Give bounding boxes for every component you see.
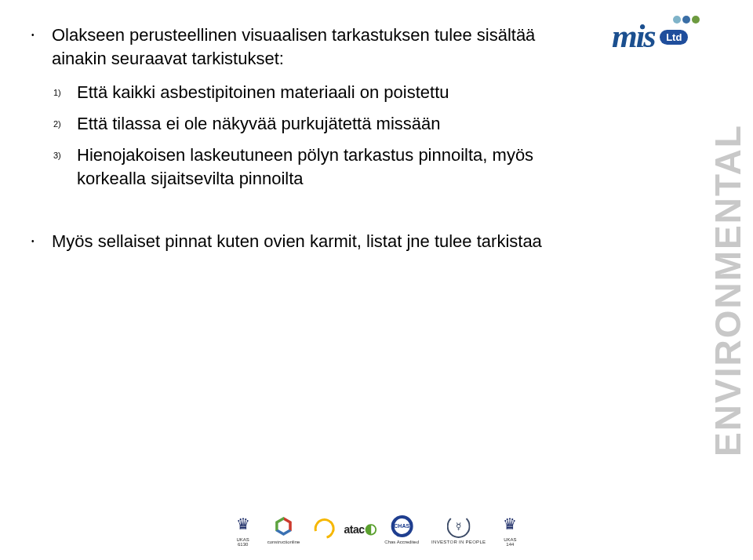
numbered-list: 1) Että kaikki asbestipitoinen materiaal… xyxy=(53,81,580,190)
buildingsafe-icon xyxy=(312,517,336,542)
ukas2-label: UKAS xyxy=(504,537,516,543)
extra-bullet: • Myös sellaiset pinnat kuten ovien karm… xyxy=(31,230,580,253)
ukas-testing-icon: ♛ UKAS 144 xyxy=(498,512,522,547)
list-number: 2) xyxy=(53,112,71,136)
ukas2-number: 144 xyxy=(506,542,514,547)
list-number: 3) xyxy=(53,144,71,167)
constructionline-icon: constructionline xyxy=(267,515,300,545)
list-item: 1) Että kaikki asbestipitoinen materiaal… xyxy=(53,81,580,104)
logo-badge: Ltd xyxy=(660,30,688,45)
bullet-dot-icon: • xyxy=(31,24,38,47)
intro-text: Olakseen perusteellinen visuaalisen tark… xyxy=(52,24,580,70)
spacer xyxy=(31,202,580,230)
list-number: 1) xyxy=(53,81,71,104)
investor-in-people-icon: ☿ INVESTOR IN PEOPLE xyxy=(431,515,486,545)
accreditation-footer: ♛ UKAS 6130 constructionline atac◐ CHAS … xyxy=(231,512,522,547)
wreath-icon: ☿ xyxy=(447,515,471,538)
environmental-label: ENVIRONMENTAL xyxy=(712,78,744,502)
chas-circle-icon: CHAS xyxy=(390,515,413,538)
slide: • Olakseen perusteellinen visuaalisen ta… xyxy=(0,0,753,560)
atac-icon: atac◐ xyxy=(348,517,372,542)
logo-dots-icon xyxy=(673,16,700,24)
company-logo: mis Ltd xyxy=(612,17,737,72)
extra-text: Myös sellaiset pinnat kuten ovien karmit… xyxy=(52,230,580,253)
chas-label: CHAS xyxy=(391,515,413,537)
list-item: 2) Että tilassa ei ole näkyvää purkujäte… xyxy=(53,112,580,136)
intro-bullet: • Olakseen perusteellinen visuaalisen ta… xyxy=(31,24,580,70)
ukas-label: UKAS xyxy=(236,537,249,543)
list-text: Että kaikki asbestipitoinen materiaali o… xyxy=(77,81,580,104)
list-text: Hienojakoisen laskeutuneen pölyn tarkast… xyxy=(77,144,580,190)
environmental-text: ENVIRONMENTAL xyxy=(707,124,749,456)
ukas-number: 6130 xyxy=(238,542,248,547)
ukas-inspection-icon: ♛ UKAS 6130 xyxy=(231,512,255,547)
main-content: • Olakseen perusteellinen visuaalisen ta… xyxy=(31,24,580,264)
bullet-dot-icon: • xyxy=(31,230,38,253)
chas-sub: Chas Accredited xyxy=(384,540,419,545)
constructionline-label: constructionline xyxy=(267,540,300,545)
hexagon-icon xyxy=(271,515,295,538)
chas-icon: CHAS Chas Accredited xyxy=(384,515,419,545)
crown-icon: ♛ xyxy=(231,512,255,536)
logo-text: mis xyxy=(612,17,655,55)
crown-icon: ♛ xyxy=(498,512,522,536)
list-item: 3) Hienojakoisen laskeutuneen pölyn tark… xyxy=(53,144,580,190)
atac-text: atac xyxy=(344,523,365,536)
list-text: Että tilassa ei ole näkyvää purkujätettä… xyxy=(77,112,580,136)
arc-icon xyxy=(312,517,336,540)
atac-logo: atac◐ xyxy=(348,517,372,540)
iip-label: INVESTOR IN PEOPLE xyxy=(431,540,486,545)
